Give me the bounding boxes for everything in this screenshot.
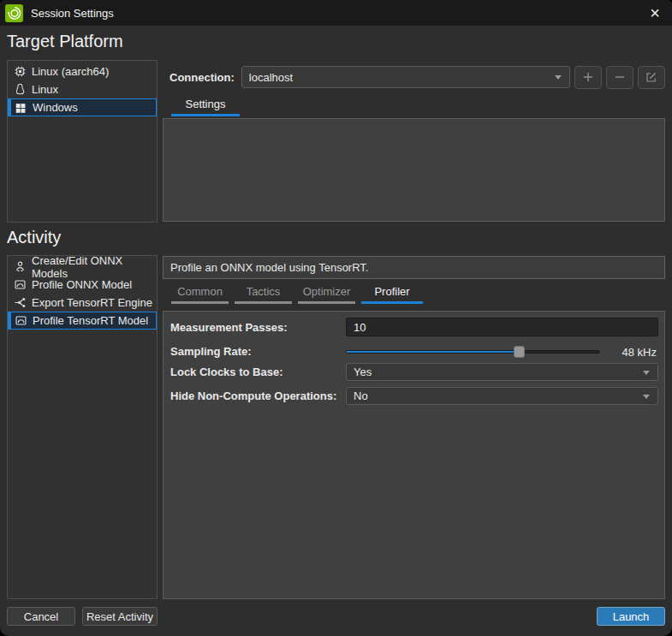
lock-clocks-row: Lock Clocks to Base: Yes xyxy=(164,363,664,381)
tab-settings[interactable]: Settings xyxy=(171,98,240,116)
chip-icon xyxy=(13,65,27,79)
profile-chart-icon xyxy=(13,278,27,292)
sampling-rate-value: 48 kHz xyxy=(622,342,657,361)
edit-icon xyxy=(645,70,658,84)
reset-activity-button[interactable]: Reset Activity xyxy=(82,607,158,626)
target-platform-heading: Target Platform xyxy=(7,32,123,51)
hide-non-compute-value: No xyxy=(354,389,368,402)
activity-description-box: Profile an ONNX model using TensorRT. xyxy=(163,256,665,279)
activity-item-create-edit-onnx-models[interactable]: Create/Edit ONNX Models xyxy=(8,258,157,276)
activity-tabs: Common Tactics Optimizer Profiler xyxy=(171,285,423,304)
profiler-form-panel: Measurement Passes: Sampling Rate: 48 kH… xyxy=(163,311,665,599)
hide-non-compute-select[interactable]: No xyxy=(346,387,658,405)
titlebar[interactable]: Session Settings × xyxy=(0,0,672,26)
app-icon xyxy=(5,4,23,22)
penguin-icon xyxy=(13,83,27,97)
activity-item-profile-tensorrt-model[interactable]: Profile TensorRT Model xyxy=(8,312,157,330)
sampling-rate-handle[interactable] xyxy=(514,346,525,358)
minus-icon xyxy=(613,70,627,84)
platform-item-label: Windows xyxy=(33,101,78,114)
platform-item-linux-aarch64[interactable]: Linux (aarch64) xyxy=(8,62,157,80)
windows-icon xyxy=(14,101,27,115)
session-settings-dialog: Session Settings × Target Platform Linux… xyxy=(0,0,672,636)
sampling-rate-slider[interactable] xyxy=(346,346,600,358)
measurement-passes-input[interactable] xyxy=(346,318,658,336)
platform-item-windows[interactable]: Windows xyxy=(8,98,157,116)
measurement-passes-label: Measurement Passes: xyxy=(170,318,288,336)
activity-item-label: Create/Edit ONNX Models xyxy=(32,254,157,280)
add-connection-button[interactable] xyxy=(574,66,602,89)
window-title: Session Settings xyxy=(31,7,114,20)
sampling-rate-row: Sampling Rate: 48 kHz xyxy=(164,342,664,360)
cancel-button[interactable]: Cancel xyxy=(7,607,75,626)
activity-list: Create/Edit ONNX Models Profile ONNX Mod… xyxy=(7,255,158,599)
launch-button[interactable]: Launch xyxy=(597,607,665,626)
hide-non-compute-label: Hide Non-Compute Operations: xyxy=(170,387,336,405)
settings-panel xyxy=(163,118,665,222)
activity-heading: Activity xyxy=(7,228,61,247)
close-button[interactable]: × xyxy=(641,0,669,26)
profile-chart-icon xyxy=(14,314,27,328)
connection-value: localhost xyxy=(249,71,293,84)
measurement-passes-row: Measurement Passes: xyxy=(164,318,664,336)
remove-connection-button[interactable] xyxy=(606,66,633,89)
activity-item-label: Profile ONNX Model xyxy=(32,278,132,291)
sampling-rate-fill xyxy=(347,351,519,353)
lock-clocks-value: Yes xyxy=(354,366,372,378)
chevron-down-icon xyxy=(555,75,562,80)
connection-row: Connection: localhost xyxy=(163,65,665,89)
activity-description: Profile an ONNX model using TensorRT. xyxy=(170,261,368,274)
tab-optimizer[interactable]: Optimizer xyxy=(298,285,355,304)
hide-non-compute-row: Hide Non-Compute Operations: No xyxy=(164,387,664,405)
user-icon xyxy=(13,260,27,274)
network-graph-icon xyxy=(13,296,27,310)
platform-item-linux[interactable]: Linux xyxy=(8,80,157,98)
plus-icon xyxy=(581,70,595,84)
lock-clocks-label: Lock Clocks to Base: xyxy=(170,363,283,381)
target-platform-list: Linux (aarch64) Linux Windows xyxy=(7,60,158,223)
tab-profiler[interactable]: Profiler xyxy=(361,285,423,304)
chevron-down-icon xyxy=(643,371,650,375)
sampling-rate-label: Sampling Rate: xyxy=(170,342,252,360)
activity-item-label: Export TensorRT Engine xyxy=(32,296,152,309)
platform-item-label: Linux (aarch64) xyxy=(32,65,109,78)
connection-select[interactable]: localhost xyxy=(241,66,570,88)
tab-common[interactable]: Common xyxy=(171,285,229,304)
platform-item-label: Linux xyxy=(32,83,58,96)
tab-tactics[interactable]: Tactics xyxy=(235,285,292,304)
slider-track xyxy=(346,350,600,354)
activity-item-export-tensorrt-engine[interactable]: Export TensorRT Engine xyxy=(8,294,157,312)
chevron-down-icon xyxy=(643,395,650,399)
edit-connection-button[interactable] xyxy=(638,66,665,89)
connection-label: Connection: xyxy=(169,71,235,84)
lock-clocks-select[interactable]: Yes xyxy=(346,363,658,381)
activity-item-label: Profile TensorRT Model xyxy=(33,314,148,327)
